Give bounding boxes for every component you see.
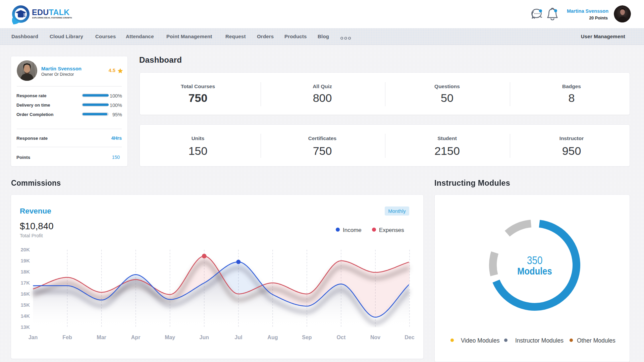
svg-text:19K: 19K [20,258,30,263]
svg-text:14K: 14K [20,313,30,319]
svg-text:Modules: Modules [517,265,552,277]
svg-text:20K: 20K [20,247,30,252]
svg-text:Mar: Mar [97,335,106,340]
svg-text:May: May [165,335,175,340]
svg-text:Oct: Oct [337,335,346,340]
svg-text:Jul: Jul [234,335,242,340]
svg-text:350: 350 [527,254,543,266]
svg-text:Feb: Feb [62,335,72,340]
svg-text:16K: 16K [20,291,30,297]
svg-text:Jan: Jan [29,335,38,340]
svg-text:Sep: Sep [302,335,312,340]
svg-text:Nov: Nov [370,335,380,340]
svg-text:Dec: Dec [405,335,414,340]
svg-text:15K: 15K [20,302,30,308]
svg-text:18K: 18K [20,269,30,275]
svg-text:Aug: Aug [267,335,278,340]
svg-text:Jun: Jun [200,335,209,340]
svg-text:Apr: Apr [131,335,141,340]
svg-text:17K: 17K [20,280,30,286]
svg-text:13K: 13K [20,324,30,330]
